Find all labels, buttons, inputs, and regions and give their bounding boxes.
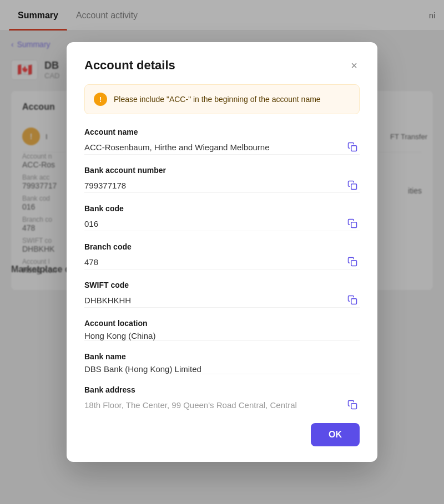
- field-value-row-bank-name: DBS Bank (Hong Kong) Limited: [84, 364, 360, 374]
- copy-button-branch-code[interactable]: [345, 254, 360, 269]
- field-label-bank-name: Bank name: [84, 352, 360, 361]
- modal-overlay: Account details × ! Please include "ACC-…: [0, 0, 444, 504]
- alert-banner: ! Please include "ACC-" in the beginning…: [84, 84, 360, 114]
- fields-container: Account nameACC-Rosenbaum, Hirthe and Wi…: [84, 128, 360, 412]
- field-value-bank-name: DBS Bank (Hong Kong) Limited: [84, 364, 201, 374]
- field-value-bank-code: 016: [84, 219, 98, 228]
- field-value-bank-address: 18th Floor, The Center, 99 Queen's Road …: [84, 400, 297, 410]
- copy-button-bank-code[interactable]: [345, 216, 360, 231]
- field-value-row-account-name: ACC-Rosenbaum, Hirthe and Wiegand Melbou…: [84, 140, 360, 154]
- field-divider: [84, 231, 360, 231]
- field-divider: [84, 374, 360, 374]
- field-value-row-branch-code: 478: [84, 254, 360, 269]
- field-label-bank-code: Bank code: [84, 204, 360, 213]
- field-section-branch-code: Branch code478: [84, 242, 360, 269]
- field-divider: [84, 307, 360, 308]
- field-value-row-bank-account-number: 799377178: [84, 178, 360, 192]
- field-divider: [84, 269, 360, 269]
- account-details-modal: Account details × ! Please include "ACC-…: [67, 42, 377, 462]
- field-label-branch-code: Branch code: [84, 242, 360, 251]
- field-section-bank-account-number: Bank account number799377178: [84, 166, 360, 193]
- field-value-row-bank-code: 016: [84, 216, 360, 231]
- copy-button-bank-account-number[interactable]: [345, 178, 360, 192]
- field-value-row-swift-code: DHBKHKHH: [84, 293, 360, 307]
- copy-icon-account-name: [347, 142, 357, 152]
- field-divider: [84, 340, 360, 341]
- field-value-branch-code: 478: [84, 257, 98, 267]
- field-value-row-bank-address: 18th Floor, The Center, 99 Queen's Road …: [84, 398, 360, 412]
- field-divider: [84, 192, 360, 193]
- modal-header: Account details ×: [84, 58, 360, 73]
- copy-icon-bank-account-number: [347, 180, 357, 190]
- field-value-bank-account-number: 799377178: [84, 181, 126, 190]
- field-label-account-name: Account name: [84, 128, 360, 136]
- alert-warning-icon: !: [94, 93, 107, 106]
- svg-rect-0: [351, 146, 357, 151]
- copy-icon-swift-code: [347, 295, 357, 305]
- copy-icon-branch-code: [347, 257, 357, 267]
- modal-title: Account details: [84, 58, 175, 73]
- field-divider: [84, 154, 360, 155]
- modal-footer: OK: [84, 423, 360, 446]
- field-value-account-location: Hong Kong (China): [84, 331, 155, 340]
- field-label-bank-address: Bank address: [84, 385, 360, 394]
- field-section-account-location: Account locationHong Kong (China): [84, 319, 360, 341]
- field-label-swift-code: SWIFT code: [84, 281, 360, 289]
- field-value-row-account-location: Hong Kong (China): [84, 331, 360, 340]
- field-value-account-name: ACC-Rosenbaum, Hirthe and Wiegand Melbou…: [84, 142, 270, 152]
- field-label-account-location: Account location: [84, 319, 360, 328]
- alert-text: Please include "ACC-" in the beginning o…: [114, 95, 321, 104]
- ok-button[interactable]: OK: [311, 423, 360, 446]
- close-button[interactable]: ×: [349, 58, 360, 73]
- svg-rect-2: [351, 222, 357, 228]
- svg-rect-3: [351, 261, 357, 266]
- svg-rect-4: [351, 299, 357, 304]
- copy-button-bank-address[interactable]: [345, 398, 360, 412]
- svg-rect-5: [351, 404, 357, 409]
- field-section-bank-address: Bank address18th Floor, The Center, 99 Q…: [84, 385, 360, 412]
- background-page: Summary Account activity ni ‹ Summary 🇨🇦…: [0, 0, 444, 504]
- copy-icon-bank-code: [347, 218, 357, 228]
- field-section-swift-code: SWIFT codeDHBKHKHH: [84, 281, 360, 308]
- field-section-bank-code: Bank code016: [84, 204, 360, 231]
- copy-button-swift-code[interactable]: [345, 293, 360, 307]
- field-label-bank-account-number: Bank account number: [84, 166, 360, 175]
- copy-icon-bank-address: [347, 400, 357, 410]
- field-value-swift-code: DHBKHKHH: [84, 296, 131, 305]
- copy-button-account-name[interactable]: [345, 140, 360, 154]
- field-section-account-name: Account nameACC-Rosenbaum, Hirthe and Wi…: [84, 128, 360, 155]
- field-section-bank-name: Bank nameDBS Bank (Hong Kong) Limited: [84, 352, 360, 374]
- svg-rect-1: [351, 184, 357, 190]
